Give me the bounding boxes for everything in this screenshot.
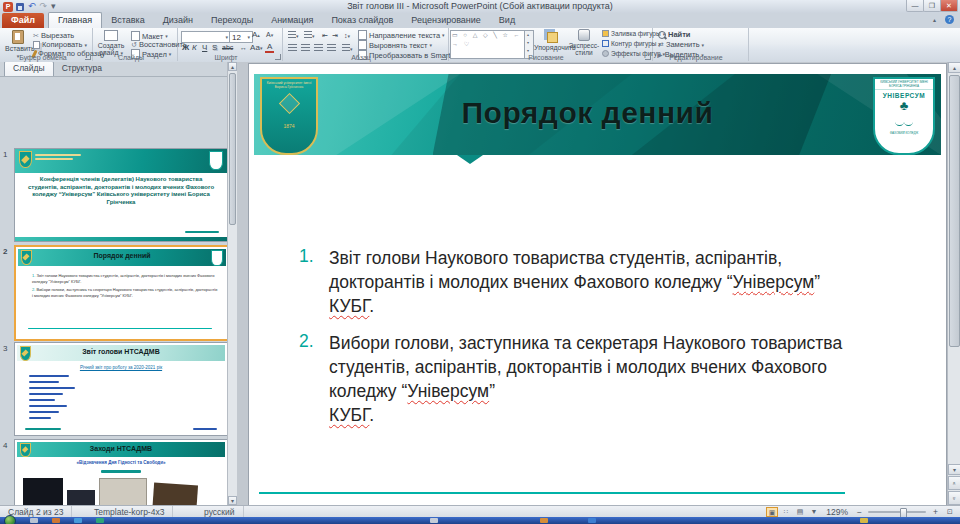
agenda-list[interactable]: 1. Звіт голови Наукового товариства студ…	[299, 246, 859, 440]
taskbar-app-icon[interactable]	[588, 518, 596, 523]
arrange-button[interactable]: Упорядочить	[534, 29, 568, 51]
tab-file[interactable]: Файл	[2, 13, 44, 28]
slideshow-view-button[interactable]: ▼	[808, 507, 820, 517]
slide-thumbnail-1[interactable]: Конференція членів (делегатів) Наукового…	[14, 148, 228, 242]
tab-slideshow[interactable]: Показ слайдов	[322, 13, 402, 28]
start-button[interactable]	[4, 515, 16, 524]
dialog-launcher-icon[interactable]	[275, 54, 281, 60]
justify-button[interactable]	[325, 44, 338, 54]
scroll-up-icon[interactable]: ▴	[948, 62, 960, 73]
underline-button[interactable]: Ч	[200, 43, 209, 53]
tab-home[interactable]: Главная	[48, 12, 102, 28]
slide-canvas[interactable]: Київський університет імені Бориса Грінч…	[248, 63, 947, 506]
powerpoint-icon[interactable]: P	[3, 2, 13, 12]
tab-review[interactable]: Рецензирование	[402, 13, 490, 28]
zoom-slider[interactable]	[868, 511, 926, 513]
open-book-icon	[895, 120, 904, 126]
reset-icon: ↺	[131, 41, 137, 49]
slide-thumbnail-4[interactable]: Заходи НТСАДМВ «Відзначення Дня Гідності…	[14, 439, 228, 505]
slide-thumbnail-3[interactable]: Звіт голови НТСАДМВ Річний звіт про робо…	[14, 342, 228, 436]
maximize-button[interactable]: ❐	[923, 0, 941, 12]
align-right-button[interactable]	[312, 44, 325, 54]
close-button[interactable]: ✕	[940, 0, 958, 12]
next-slide-icon[interactable]: »	[948, 491, 960, 505]
help-icon[interactable]: ?	[945, 15, 954, 24]
line-spacing-button[interactable]: ↕▾	[342, 31, 352, 41]
change-case-button[interactable]: Аа▾	[248, 43, 264, 53]
redo-icon[interactable]: ↷	[40, 1, 48, 12]
align-left-button[interactable]	[286, 44, 299, 54]
shrink-font-button[interactable]: А▾	[264, 30, 275, 40]
tab-view[interactable]: Вид	[490, 13, 524, 28]
fit-to-window-button[interactable]: ⊡	[944, 507, 956, 517]
thumb-photo	[99, 478, 147, 505]
group-paragraph: ▾ ▾ ⇤ ⇥ ↕▾ ▾ Направление текста ▾ Выровн…	[282, 28, 449, 61]
align-text-icon	[358, 40, 367, 50]
tab-design[interactable]: Дизайн	[154, 13, 202, 28]
font-name-combo[interactable]: ▾	[181, 31, 231, 43]
new-slide-button[interactable]: Создать слайд ▾	[95, 30, 127, 56]
tab-animations[interactable]: Анимация	[262, 13, 322, 28]
minimize-ribbon-icon[interactable]: ▴	[933, 16, 936, 23]
decrease-indent-button[interactable]: ⇤	[320, 31, 330, 41]
thumb-photo	[152, 483, 198, 505]
slide-thumbnail-2-selected[interactable]: Порядок денний 1. Звіт голови Наукового …	[14, 245, 230, 341]
grow-font-button[interactable]: А▴	[250, 30, 262, 40]
quick-styles-button[interactable]: Экспресс-стили	[568, 29, 600, 56]
tab-outline[interactable]: Структура	[54, 62, 110, 76]
normal-view-button[interactable]: ▣	[766, 507, 778, 517]
scrollbar-thumb[interactable]	[949, 75, 960, 347]
list-item: 2. Вибори голови, заступника та секретар…	[299, 331, 859, 427]
increase-indent-button[interactable]: ⇥	[330, 31, 340, 41]
undo-icon[interactable]: ↶	[28, 1, 36, 12]
chevron-down-icon: ▾	[429, 42, 432, 48]
slide-title[interactable]: Порядок денний	[344, 96, 831, 130]
bullets-button[interactable]: ▾	[286, 31, 301, 41]
text-shadow-button[interactable]: S	[210, 43, 219, 53]
tab-insert[interactable]: Вставка	[102, 13, 153, 28]
spellcheck-word: КУБГ	[329, 296, 369, 316]
text-direction-button[interactable]: Направление текста ▾	[358, 30, 445, 40]
list-number: 2.	[299, 331, 329, 427]
taskbar-app-icon[interactable]	[30, 518, 38, 523]
replace-button[interactable]: ⇄ Заменить ▾	[658, 40, 704, 49]
tab-slides-thumbnails[interactable]: Слайды	[4, 62, 54, 76]
chevron-down-icon[interactable]: ▾	[51, 1, 56, 12]
previous-slide-icon[interactable]: «	[948, 476, 960, 490]
find-button[interactable]: Найти	[658, 30, 690, 39]
scroll-down-icon[interactable]: ▾	[948, 464, 960, 475]
scrollbar-thumb[interactable]	[229, 73, 236, 225]
thumb-title-text: Заходи НТСАДМВ	[35, 445, 207, 452]
taskbar-app-icon[interactable]	[74, 518, 82, 523]
dialog-launcher-icon[interactable]	[441, 54, 447, 60]
align-center-button[interactable]	[299, 44, 312, 54]
copy-button[interactable]: Копировать ▾	[33, 40, 87, 49]
align-text-button[interactable]: Выровнять текст ▾	[358, 40, 432, 50]
strikethrough-button[interactable]: abc	[220, 43, 235, 53]
taskbar-app-icon[interactable]	[540, 518, 548, 523]
chevron-down-icon: ▾	[169, 51, 172, 57]
taskbar-app-icon[interactable]	[860, 518, 868, 523]
slide-sorter-view-button[interactable]: ∷	[780, 507, 792, 517]
numbering-button[interactable]: ▾	[302, 31, 317, 41]
columns-button[interactable]: ▾	[340, 44, 355, 54]
slide-scrollbar[interactable]: ▴ ▾ « »	[947, 62, 960, 505]
save-icon[interactable]	[16, 3, 24, 11]
dialog-launcher-icon[interactable]	[85, 54, 91, 60]
taskbar-app-icon[interactable]	[430, 518, 438, 523]
reading-view-button[interactable]: ▤	[794, 507, 806, 517]
taskbar-app-icon[interactable]	[52, 518, 60, 523]
tab-transitions[interactable]: Переходы	[202, 13, 262, 28]
group-label-slides: Слайды	[93, 54, 169, 61]
taskbar-app-icon[interactable]	[96, 518, 104, 523]
cut-button[interactable]: ✂ Вырезать	[33, 31, 74, 40]
minimize-button[interactable]: —	[906, 0, 924, 12]
thumb-crest-logo	[20, 346, 31, 361]
crest-emblem-icon	[278, 93, 299, 114]
thumbnails-scrollbar[interactable]: ▴ ▾	[227, 62, 237, 505]
italic-button[interactable]: К	[190, 43, 199, 53]
scroll-up-icon[interactable]: ▴	[228, 62, 237, 71]
dialog-launcher-icon[interactable]	[645, 54, 651, 60]
scroll-down-icon[interactable]: ▾	[228, 496, 237, 505]
font-color-button[interactable]: А	[265, 43, 274, 53]
